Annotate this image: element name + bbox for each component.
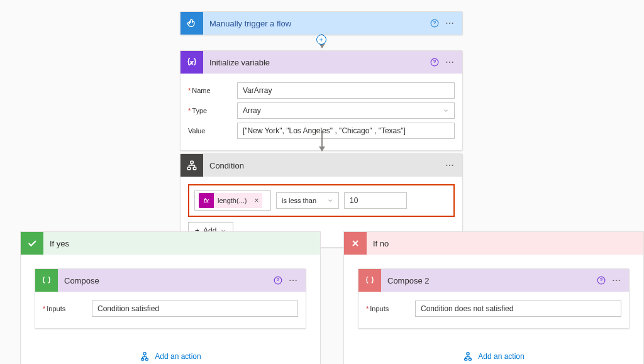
svg-rect-20	[142, 358, 144, 360]
svg-point-24	[616, 280, 617, 281]
svg-point-17	[292, 280, 294, 281]
compose-2-card[interactable]: Compose 2 Inputs Condition does not sati…	[358, 268, 630, 329]
compose-header[interactable]: Compose	[35, 269, 306, 292]
svg-point-7	[449, 62, 450, 63]
inputs-input[interactable]: Condition does not satisfied	[415, 301, 621, 317]
initvar-header[interactable]: x Initialize variable	[180, 51, 462, 74]
svg-point-12	[446, 165, 447, 166]
svg-point-14	[452, 165, 453, 166]
condition-header[interactable]: Condition	[180, 154, 462, 177]
more-icon[interactable]	[442, 55, 457, 70]
svg-point-16	[289, 280, 291, 281]
inputs-label: Inputs	[43, 305, 92, 312]
condition-row: fx length(...) × is less than 10	[188, 184, 455, 217]
expression-label: length(...)	[214, 197, 250, 204]
if-yes-branch: If yes Compose Inp	[20, 231, 321, 364]
more-icon[interactable]	[442, 158, 457, 173]
type-label: Type	[188, 107, 237, 114]
add-action-icon	[140, 351, 150, 361]
remove-token-button[interactable]: ×	[250, 196, 262, 205]
help-icon[interactable]	[594, 273, 609, 288]
help-icon[interactable]	[427, 16, 442, 31]
inputs-input[interactable]: Condition satisfied	[92, 301, 298, 317]
condition-icon	[180, 154, 203, 177]
expression-token[interactable]: fx length(...) ×	[199, 193, 262, 208]
compose-icon	[35, 269, 58, 292]
help-icon[interactable]	[270, 273, 286, 288]
svg-text:x: x	[190, 60, 193, 65]
svg-rect-28	[469, 358, 472, 360]
connector-arrow	[321, 131, 323, 151]
svg-point-25	[619, 280, 620, 281]
check-icon	[21, 232, 43, 255]
condition-operator-select[interactable]: is less than	[276, 192, 339, 209]
more-icon[interactable]	[609, 273, 624, 288]
more-icon[interactable]	[442, 16, 457, 31]
svg-point-8	[452, 62, 453, 63]
compose-title: Compose	[58, 276, 270, 285]
trigger-header[interactable]: Manually trigger a flow	[180, 12, 462, 35]
if-no-title: If no	[367, 239, 389, 248]
svg-point-1	[446, 23, 447, 24]
chevron-down-icon	[327, 197, 333, 204]
inputs-label: Inputs	[366, 305, 415, 312]
touch-icon	[180, 12, 203, 35]
name-input[interactable]: VarArray	[237, 82, 455, 99]
add-action-button[interactable]: Add an action	[140, 351, 201, 361]
braces-icon: x	[180, 51, 203, 74]
svg-point-23	[613, 280, 614, 281]
svg-point-13	[449, 165, 450, 166]
if-no-header[interactable]: If no	[344, 232, 643, 255]
initvar-title: Initialize variable	[203, 58, 427, 67]
condition-left-operand[interactable]: fx length(...) ×	[194, 190, 271, 211]
compose-icon	[358, 269, 381, 292]
trigger-title: Manually trigger a flow	[203, 19, 427, 28]
help-icon[interactable]	[427, 55, 442, 70]
more-icon[interactable]	[286, 273, 301, 288]
name-label: Name	[188, 87, 237, 94]
svg-point-6	[446, 62, 447, 63]
condition-value-input[interactable]: 10	[344, 192, 407, 209]
compose-2-header[interactable]: Compose 2	[358, 269, 629, 292]
add-action-button[interactable]: Add an action	[463, 351, 524, 361]
svg-rect-21	[146, 358, 148, 360]
svg-point-3	[452, 23, 453, 24]
value-label: Value	[188, 127, 237, 135]
if-yes-title: If yes	[43, 239, 69, 248]
add-action-icon	[463, 351, 473, 361]
if-no-branch: If no Compose 2 In	[343, 231, 644, 364]
compose-2-title: Compose 2	[381, 276, 594, 285]
svg-rect-26	[467, 353, 469, 355]
value-input[interactable]: ["New York", "Los Angeles" , "Chicago" ,…	[237, 123, 455, 139]
close-icon	[344, 232, 367, 255]
compose-card[interactable]: Compose Inputs Condition satisfied	[35, 268, 306, 329]
svg-rect-27	[465, 358, 467, 360]
chevron-down-icon	[443, 108, 449, 114]
svg-rect-11	[193, 167, 196, 170]
add-step-button[interactable]: +	[316, 35, 326, 45]
trigger-card[interactable]: Manually trigger a flow	[180, 11, 463, 35]
if-yes-header[interactable]: If yes	[21, 232, 320, 255]
svg-point-2	[449, 23, 450, 24]
svg-rect-19	[143, 353, 146, 355]
svg-rect-9	[191, 161, 194, 163]
svg-rect-10	[187, 167, 191, 170]
condition-title: Condition	[203, 161, 442, 170]
svg-point-18	[296, 280, 297, 281]
type-select[interactable]: Array	[237, 102, 455, 119]
fx-icon: fx	[199, 193, 214, 208]
